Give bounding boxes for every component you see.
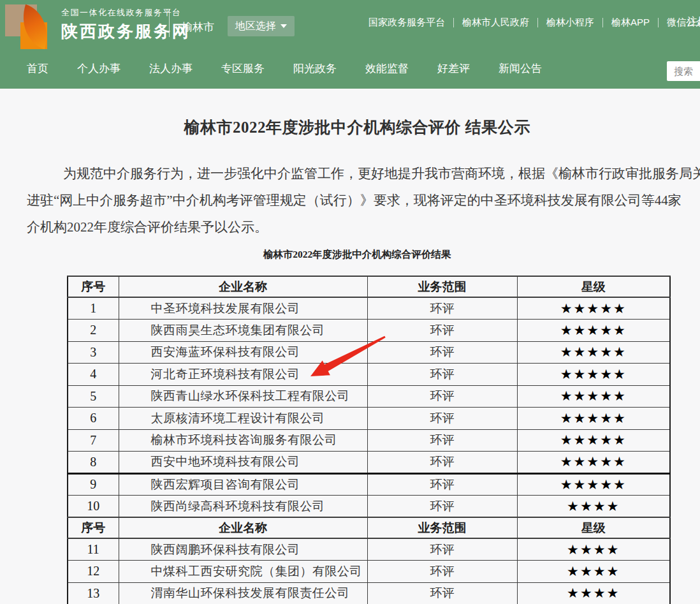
business-scope-cell: 环评 (367, 364, 517, 386)
table-row: 8西安中地环境科技有限公司环评★★★★★ (68, 452, 670, 474)
column-header: 企业名称 (119, 276, 367, 297)
business-scope-cell: 环评 (367, 408, 517, 430)
paragraph-line: 为规范中介服务行为，进一步强化中介监管工作，更好地提升我市营商环境，根据《榆林市… (27, 160, 700, 187)
nav-item[interactable]: 专区服务 (221, 61, 265, 76)
nav-item[interactable]: 好差评 (437, 61, 470, 76)
business-scope-cell: 环评 (367, 582, 517, 604)
star-rating-cell: ★★★★★ (517, 297, 670, 320)
company-name-cell: 西安海蓝环保科技有限公司 (119, 341, 367, 364)
table-row: 6太原核清环境工程设计有限公司环评★★★★★ (68, 408, 670, 430)
star-rating-cell: ★★★★★ (517, 429, 670, 452)
star-rating-cell: ★★★★★ (517, 364, 670, 386)
quick-link[interactable]: 国家政务服务平台 (368, 17, 453, 29)
company-name-cell: 渭南华山环保科技发展有限责任公司 (119, 582, 367, 604)
company-name-cell: 榆林市环境科技咨询服务有限公司 (119, 429, 367, 452)
company-name-cell: 河北奇正环境科技有限公司 (119, 364, 367, 386)
paragraph-line: 进驻“网上中介服务超市”中介机构考评管理规定（试行）》要求，现将评定的中圣环境科… (27, 187, 700, 214)
row-number-cell: 7 (68, 429, 119, 452)
row-number-cell: 12 (68, 561, 119, 583)
company-name-cell: 中圣环境科技发展有限公司 (119, 297, 367, 320)
row-number-cell: 8 (68, 452, 119, 474)
evaluation-table-body: 序号企业名称业务范围星级1中圣环境科技发展有限公司环评★★★★★2陕西雨昊生态环… (68, 276, 670, 604)
table-row: 13渭南华山环保科技发展有限责任公司环评★★★★ (68, 582, 670, 604)
star-rating-cell: ★★★★★ (517, 408, 670, 430)
main-nav: 首页个人办事法人办事专区服务阳光政务效能监督好差评新闻公告 (27, 48, 542, 89)
column-header: 星级 (517, 276, 670, 297)
row-number-cell: 10 (68, 496, 119, 518)
business-scope-cell: 环评 (367, 496, 517, 518)
business-scope-cell: 环评 (367, 538, 517, 561)
business-scope-cell: 环评 (367, 341, 517, 364)
column-header: 序号 (68, 276, 119, 297)
region-select-button[interactable]: 地区选择 (228, 16, 295, 36)
business-scope-cell: 环评 (367, 320, 517, 342)
site-header: 全国一体化在线政务服务平台 陕西政务服务网 榆林市 地区选择 国家政务服务平台榆… (0, 0, 700, 89)
row-number-cell: 9 (68, 473, 119, 496)
announcement-paragraph: 为规范中介服务行为，进一步强化中介监管工作，更好地提升我市营商环境，根据《榆林市… (27, 160, 700, 240)
company-name-cell: 西安中地环境科技有限公司 (119, 452, 367, 474)
quick-link[interactable]: 榆林小程序 (538, 17, 602, 29)
brand-divider (169, 9, 170, 37)
quick-link[interactable]: 榆林APP (603, 17, 658, 29)
row-number-cell: 13 (68, 582, 119, 604)
company-name-cell: 太原核清环境工程设计有限公司 (119, 408, 367, 430)
register-link[interactable]: 注册 (687, 15, 700, 29)
table-row: 12中煤科工西安研究院（集团）有限公司环评★★★★ (68, 561, 670, 583)
business-scope-cell: 环评 (367, 473, 517, 496)
table-row: 4河北奇正环境科技有限公司环评★★★★★ (68, 364, 670, 386)
row-number-cell: 2 (68, 320, 119, 342)
row-number-cell: 11 (68, 538, 119, 561)
star-rating-cell: ★★★★★ (517, 452, 670, 474)
company-name-cell: 陕西雨昊生态环境集团有限公司 (119, 320, 367, 342)
header-quick-links: 国家政务服务平台榆林市人民政府榆林小程序榆林APP微信公众号 (368, 17, 700, 29)
nav-item[interactable]: 法人办事 (149, 61, 193, 76)
quick-link[interactable]: 榆林市人民政府 (454, 17, 537, 29)
row-number-cell: 3 (68, 341, 119, 364)
nav-item[interactable]: 效能监督 (365, 61, 409, 76)
table-row: 9陕西宏辉项目咨询有限公司环评★★★★★ (68, 473, 670, 496)
star-rating-cell: ★★★★ (517, 582, 670, 604)
row-number-cell: 6 (68, 408, 119, 430)
search-input[interactable] (667, 61, 700, 81)
row-number-cell: 5 (68, 385, 119, 408)
nav-item[interactable]: 个人办事 (77, 61, 120, 76)
table-row: 10陕西尚绿高科环境科技有限公司环评★★★★ (68, 496, 670, 518)
business-scope-cell: 环评 (367, 452, 517, 474)
company-name-cell: 陕西青山绿水环保科技工程有限公司 (119, 385, 367, 408)
table-header-row: 序号企业名称业务范围星级 (68, 276, 670, 297)
nav-item[interactable]: 阳光政务 (293, 61, 337, 76)
business-scope-cell: 环评 (367, 429, 517, 452)
table-row: 1中圣环境科技发展有限公司环评★★★★★ (68, 297, 670, 320)
table-header-row: 序号企业名称业务范围星级 (68, 517, 670, 538)
table-row: 7榆林市环境科技咨询服务有限公司环评★★★★★ (68, 429, 670, 452)
star-rating-cell: ★★★★★ (517, 473, 670, 496)
star-rating-cell: ★★★★★ (517, 320, 670, 342)
platform-label: 全国一体化在线政务服务平台 (61, 7, 191, 18)
table-row: 5陕西青山绿水环保科技工程有限公司环评★★★★★ (68, 385, 670, 408)
table-row: 3西安海蓝环保科技有限公司环评★★★★★ (68, 341, 670, 364)
row-number-cell: 4 (68, 364, 119, 386)
nav-item[interactable]: 新闻公告 (499, 61, 542, 76)
column-header: 业务范围 (367, 517, 517, 538)
chevron-down-icon (281, 24, 287, 28)
business-scope-cell: 环评 (367, 297, 517, 320)
paragraph-line: 介机构2022年度综合评价结果予以公示。 (27, 214, 700, 240)
table-row: 2陕西雨昊生态环境集团有限公司环评★★★★★ (68, 320, 670, 342)
company-name-cell: 陕西尚绿高科环境科技有限公司 (119, 496, 367, 518)
business-scope-cell: 环评 (367, 385, 517, 408)
company-name-cell: 陕西宏辉项目咨询有限公司 (119, 473, 367, 496)
star-rating-cell: ★★★★★ (517, 341, 670, 364)
site-brand: 全国一体化在线政务服务平台 陕西政务服务网 (61, 7, 191, 43)
page-title: 榆林市2022年度涉批中介机构综合评价 结果公示 (0, 117, 700, 138)
row-number-cell: 1 (68, 297, 119, 320)
column-header: 业务范围 (367, 276, 517, 297)
evaluation-table: 序号企业名称业务范围星级1中圣环境科技发展有限公司环评★★★★★2陕西雨昊生态环… (67, 276, 671, 604)
company-name-cell: 中煤科工西安研究院（集团）有限公司 (119, 561, 367, 583)
column-header: 企业名称 (119, 517, 367, 538)
nav-item[interactable]: 首页 (27, 61, 48, 76)
site-logo[interactable] (5, 3, 56, 48)
site-name: 陕西政务服务网 (61, 20, 191, 43)
column-header: 序号 (68, 517, 119, 538)
table-row: 11陕西阔鹏环保科技有限公司环评★★★★ (68, 538, 670, 561)
star-rating-cell: ★★★★ (517, 561, 670, 583)
